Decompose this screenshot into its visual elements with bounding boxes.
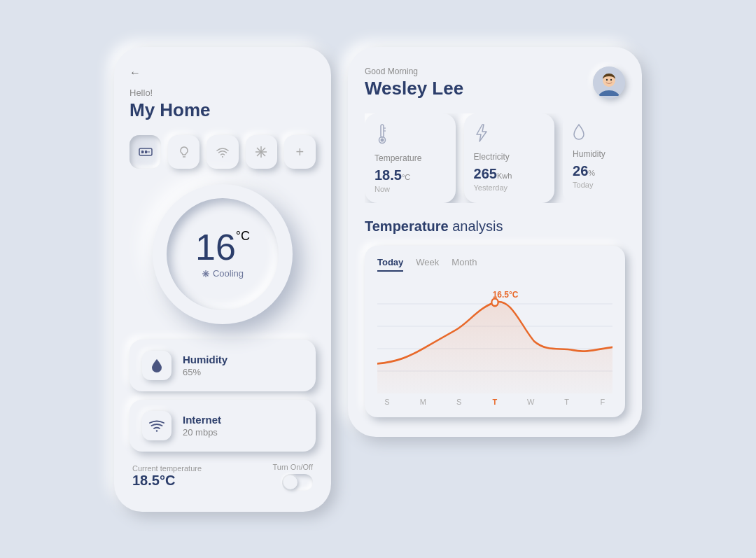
svg-point-29 bbox=[491, 298, 498, 306]
left-phone: ← Hello! My Home bbox=[114, 47, 331, 512]
internet-value: 20 mbps bbox=[183, 427, 221, 438]
toggle-label: Turn On/Off bbox=[273, 463, 313, 471]
tab-week[interactable]: Week bbox=[416, 257, 439, 272]
chart-tooltip: 16.5°C bbox=[493, 290, 519, 300]
svg-point-24 bbox=[381, 138, 384, 141]
stat-cards: Temperature 18.5°C Now Electricity 265Kw… bbox=[365, 113, 625, 203]
current-temp-value: 18.5°C bbox=[132, 473, 202, 489]
temperature-unit: °C bbox=[236, 229, 250, 244]
electricity-stat-value: 265 bbox=[474, 166, 497, 181]
mode-label: Cooling bbox=[202, 268, 244, 279]
analysis-section: Temperature analysis Today Week Month 16… bbox=[365, 218, 625, 417]
humidity-info: Humidity 65% bbox=[183, 354, 227, 377]
avatar[interactable] bbox=[593, 67, 625, 99]
toggle-section: Turn On/Off bbox=[273, 463, 313, 491]
tab-month[interactable]: Month bbox=[451, 257, 477, 272]
greeting-text: Good Morning bbox=[365, 67, 463, 76]
thermostat-outer[interactable]: 16 °C Cooling bbox=[153, 184, 293, 324]
temperature-stat-card[interactable]: Temperature 18.5°C Now bbox=[365, 113, 456, 203]
user-name: Wesley Lee bbox=[365, 78, 463, 99]
current-temp-section: Current temperature 18.5°C bbox=[132, 464, 202, 489]
internet-icon bbox=[142, 411, 172, 440]
hello-label: Hello! bbox=[130, 88, 316, 98]
chart-card: Today Week Month 16.5°C bbox=[365, 246, 625, 417]
temperature-stat-icon bbox=[374, 123, 446, 148]
svg-point-15 bbox=[156, 430, 158, 431]
analysis-title: Temperature analysis bbox=[365, 218, 625, 235]
humidity-stat-icon bbox=[573, 123, 615, 144]
chart-x-labels: S M S T W T F bbox=[377, 393, 612, 406]
bulb-device-button[interactable] bbox=[168, 135, 200, 169]
humidity-stat-value: 26 bbox=[573, 163, 588, 179]
svg-point-6 bbox=[222, 156, 223, 158]
day-F: F bbox=[596, 398, 610, 406]
svg-point-18 bbox=[606, 78, 608, 80]
user-info: Good Morning Wesley Lee bbox=[365, 67, 463, 99]
thermostat-inner: 16 °C Cooling bbox=[167, 198, 279, 310]
right-header: Good Morning Wesley Lee bbox=[365, 67, 625, 99]
electricity-stat-icon bbox=[474, 123, 545, 146]
humidity-stat-name: Humidity bbox=[573, 149, 615, 159]
tab-today[interactable]: Today bbox=[377, 257, 403, 272]
right-panel: Good Morning Wesley Lee bbox=[348, 47, 642, 437]
thermostat: 16 °C Cooling bbox=[130, 184, 316, 324]
svg-point-19 bbox=[610, 78, 612, 80]
day-T1: T bbox=[488, 398, 502, 406]
electricity-stat-card[interactable]: Electricity 265Kwh Yesterday bbox=[464, 113, 555, 203]
humidity-stat-unit: % bbox=[588, 169, 595, 177]
bottom-bar: Current temperature 18.5°C Turn On/Off bbox=[130, 463, 316, 491]
temperature-display: 16 bbox=[195, 229, 236, 265]
electricity-stat-sublabel: Yesterday bbox=[474, 183, 545, 192]
toggle-knob bbox=[284, 475, 298, 489]
humidity-stat-value-row: 26% bbox=[573, 163, 615, 179]
day-M: M bbox=[416, 398, 430, 406]
temperature-stat-value: 18.5 bbox=[374, 167, 402, 183]
page-title: My Home bbox=[130, 99, 316, 121]
day-T2: T bbox=[560, 398, 574, 406]
humidity-stat-card[interactable]: Humidity 26% Today bbox=[563, 113, 625, 203]
temperature-stat-value-row: 18.5°C bbox=[374, 167, 446, 183]
humidity-icon bbox=[142, 351, 172, 380]
internet-card[interactable]: Internet 20 mbps bbox=[130, 400, 316, 452]
device-icons-row: + bbox=[130, 135, 316, 169]
wifi-device-button[interactable] bbox=[206, 135, 238, 169]
current-temp-label: Current temperature bbox=[132, 464, 202, 473]
day-W: W bbox=[524, 398, 538, 406]
humidity-name: Humidity bbox=[183, 354, 227, 365]
humidity-stat-sublabel: Today bbox=[573, 181, 615, 189]
chart-tabs: Today Week Month bbox=[377, 257, 612, 272]
back-button[interactable]: ← bbox=[130, 67, 316, 79]
temperature-stat-unit: °C bbox=[402, 173, 410, 181]
svg-rect-20 bbox=[381, 125, 384, 137]
temperature-stat-sublabel: Now bbox=[374, 185, 446, 193]
electricity-stat-name: Electricity bbox=[474, 152, 545, 162]
humidity-value: 65% bbox=[183, 367, 227, 377]
chart-area: 16.5°C bbox=[377, 281, 612, 393]
internet-name: Internet bbox=[183, 414, 221, 426]
electricity-stat-unit: Kwh bbox=[497, 172, 512, 180]
ac-device-button[interactable] bbox=[130, 135, 161, 169]
svg-rect-2 bbox=[145, 151, 147, 153]
snowflake-device-button[interactable] bbox=[246, 135, 277, 169]
add-device-button[interactable]: + bbox=[284, 135, 316, 169]
power-toggle[interactable] bbox=[282, 474, 313, 491]
internet-info: Internet 20 mbps bbox=[183, 414, 221, 438]
humidity-card[interactable]: Humidity 65% bbox=[130, 340, 316, 391]
day-S1: S bbox=[380, 398, 394, 406]
day-S2: S bbox=[452, 398, 466, 406]
electricity-stat-value-row: 265Kwh bbox=[474, 166, 545, 182]
temperature-stat-name: Temperature bbox=[374, 153, 446, 163]
